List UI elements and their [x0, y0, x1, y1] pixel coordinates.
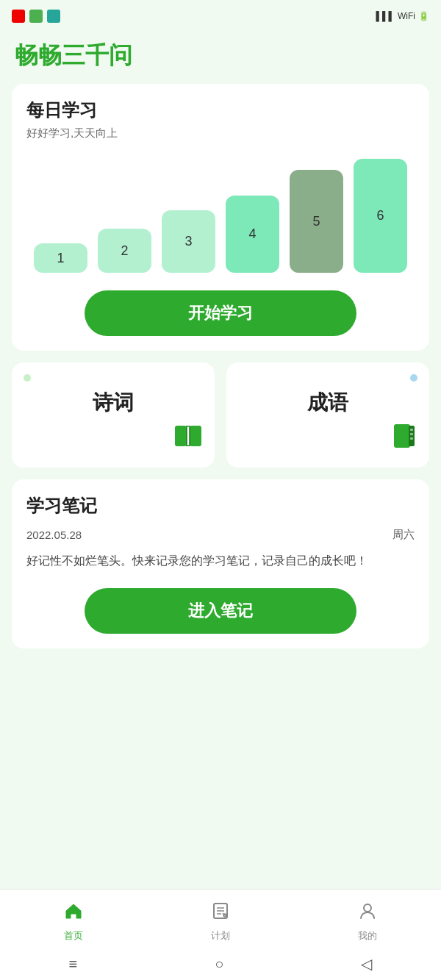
bar-3: 3 — [162, 210, 215, 273]
main-content: 每日学习 好好学习,天天向上 1 2 3 4 5 6 开始学习 — [0, 84, 441, 889]
idioms-card[interactable]: 成语 — [226, 362, 429, 468]
home-button[interactable]: ○ — [215, 956, 223, 973]
home-icon — [63, 901, 84, 926]
bar-item-3: 3 — [162, 210, 215, 273]
poetry-card[interactable]: 诗词 — [12, 362, 215, 468]
svg-rect-1 — [190, 426, 201, 446]
nav-label-plan: 计划 — [211, 929, 230, 943]
daily-study-card: 每日学习 好好学习,天天向上 1 2 3 4 5 6 开始学习 — [12, 84, 429, 351]
poetry-dot — [24, 374, 31, 382]
poetry-book-icon — [173, 423, 203, 456]
poetry-title: 诗词 — [24, 389, 203, 417]
bar-item-4: 4 — [226, 196, 279, 273]
system-nav: ≡ ○ ◁ — [0, 948, 441, 980]
bar-item-5: 5 — [290, 170, 343, 273]
signal-icon: ▌▌▌ — [376, 11, 395, 21]
battery-icon: 🔋 — [418, 11, 429, 21]
notes-card: 学习笔记 2022.05.28 周六 好记性不如烂笔头。快来记录您的学习笔记，记… — [12, 479, 429, 648]
nav-label-home: 首页 — [64, 929, 83, 943]
bar-1: 1 — [34, 243, 87, 273]
bar-6: 6 — [354, 159, 407, 273]
bar-chart: 1 2 3 4 5 6 — [26, 155, 415, 273]
status-icon-teal — [47, 10, 60, 23]
svg-rect-7 — [410, 433, 413, 435]
status-icon-green — [29, 10, 43, 23]
status-icon-red — [12, 10, 25, 23]
notes-content: 好记性不如烂笔头。快来记录您的学习笔记，记录自己的成长吧！ — [26, 551, 415, 571]
svg-rect-8 — [410, 437, 413, 440]
category-row: 诗词 成语 — [12, 362, 429, 468]
status-bar-left — [12, 10, 60, 23]
notes-meta: 2022.05.28 周六 — [26, 528, 415, 542]
idioms-icon-container — [238, 423, 417, 456]
svg-rect-4 — [394, 424, 410, 448]
app-title: 畅畅三千问 — [0, 32, 441, 84]
svg-rect-6 — [410, 429, 413, 431]
enter-notes-button[interactable]: 进入笔记 — [85, 588, 356, 634]
nav-label-mine: 我的 — [358, 929, 377, 943]
menu-button[interactable]: ≡ — [69, 956, 78, 973]
svg-point-14 — [364, 904, 371, 912]
mine-icon — [357, 901, 378, 926]
nav-item-plan[interactable]: 计划 — [147, 895, 294, 943]
bar-item-2: 2 — [98, 229, 151, 273]
idioms-book-icon — [391, 423, 417, 456]
bar-item-6: 6 — [354, 159, 407, 273]
notes-title: 学习笔记 — [26, 494, 415, 518]
bar-5: 5 — [290, 170, 343, 273]
svg-rect-0 — [175, 426, 187, 446]
daily-study-subtitle: 好好学习,天天向上 — [26, 126, 415, 140]
daily-study-title: 每日学习 — [26, 99, 415, 122]
status-bar-right: ▌▌▌ WiFi 🔋 — [376, 11, 429, 21]
start-study-button[interactable]: 开始学习 — [85, 290, 356, 336]
back-button[interactable]: ◁ — [361, 955, 372, 973]
notes-day: 周六 — [392, 528, 415, 542]
poetry-icon-container — [24, 423, 203, 456]
bar-4: 4 — [226, 196, 279, 273]
idioms-dot — [410, 374, 417, 382]
idioms-title: 成语 — [238, 389, 417, 417]
notes-date: 2022.05.28 — [26, 529, 82, 541]
status-bar: ▌▌▌ WiFi 🔋 — [0, 0, 441, 32]
bottom-nav: 首页 计划 我的 — [0, 889, 441, 948]
nav-item-home[interactable]: 首页 — [0, 895, 147, 943]
wifi-icon: WiFi — [398, 11, 415, 21]
bar-2: 2 — [98, 229, 151, 273]
plan-icon — [210, 901, 231, 926]
bar-item-1: 1 — [34, 243, 87, 273]
nav-item-mine[interactable]: 我的 — [294, 895, 441, 943]
